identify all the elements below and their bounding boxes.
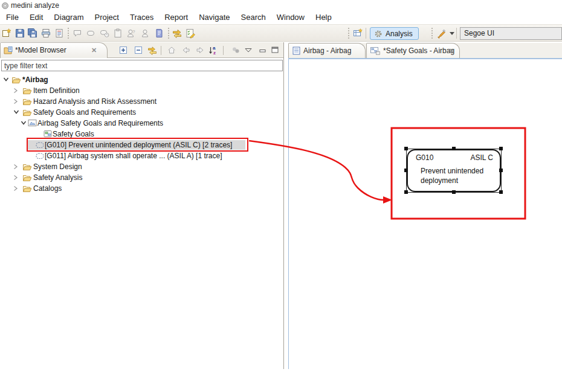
checklist-icon[interactable] bbox=[185, 28, 196, 39]
tree-item-catalogs[interactable]: Catalogs bbox=[0, 183, 283, 194]
dropdown-caret-icon[interactable] bbox=[450, 32, 454, 35]
forward-icon bbox=[195, 45, 205, 55]
save-icon[interactable] bbox=[15, 28, 25, 39]
safety-goal-icon bbox=[36, 153, 44, 159]
model-browser-icon bbox=[4, 46, 13, 55]
model-browser-header: *Model Browser ✕ a z bbox=[0, 42, 284, 58]
folder-open-icon bbox=[22, 173, 32, 182]
chevron-collapsed-icon[interactable] bbox=[13, 185, 18, 191]
menu-file[interactable]: File bbox=[1, 11, 24, 24]
tree-item-label[interactable]: System Design bbox=[33, 161, 82, 172]
link-with-editor-icon[interactable] bbox=[147, 45, 157, 55]
folder-open-icon bbox=[22, 108, 32, 117]
resize-handle-nw[interactable] bbox=[404, 147, 408, 150]
tree-item-g011[interactable]: [G011] Airbag system shall operate ... (… bbox=[0, 150, 283, 161]
menu-report[interactable]: Report bbox=[159, 11, 193, 24]
chevron-expanded-icon[interactable] bbox=[21, 120, 27, 126]
tab-airbag-airbag[interactable]: Airbag - Airbag bbox=[288, 43, 366, 58]
resize-handle-n[interactable] bbox=[452, 147, 456, 150]
chevron-expanded-icon[interactable] bbox=[3, 77, 9, 82]
tree-item-safety-goals-req[interactable]: Safety Goals and Requirements bbox=[0, 107, 283, 118]
tree-item-safety-analysis[interactable]: Safety Analysis bbox=[0, 172, 283, 183]
resize-handle-e[interactable] bbox=[499, 169, 503, 172]
toolbar-separator bbox=[161, 46, 161, 55]
safety-goals-diagram-icon bbox=[44, 130, 52, 138]
chevron-expanded-icon[interactable] bbox=[13, 109, 19, 115]
menu-project[interactable]: Project bbox=[89, 11, 124, 24]
analysis-gear-icon bbox=[374, 30, 383, 38]
tree-item-system-design[interactable]: System Design bbox=[0, 161, 283, 172]
tree-item-hazard-analysis[interactable]: Hazard Analysis and Risk Assessment bbox=[0, 96, 283, 107]
menu-edit[interactable]: Edit bbox=[24, 11, 48, 24]
toolbar-separator bbox=[366, 28, 366, 39]
minimize-icon[interactable] bbox=[259, 48, 266, 53]
home-icon bbox=[167, 45, 176, 55]
resize-handle-s[interactable] bbox=[452, 190, 456, 194]
folder-open-icon bbox=[22, 184, 32, 193]
tab-safety-goals-airbag[interactable]: *Safety Goals - Airbag ✕ bbox=[366, 43, 460, 58]
editor-tab-label: Airbag - Airbag bbox=[303, 47, 351, 55]
close-icon[interactable]: ✕ bbox=[449, 48, 454, 54]
menu-diagram[interactable]: Diagram bbox=[48, 11, 89, 24]
menu-window[interactable]: Window bbox=[271, 11, 310, 24]
menu-navigate[interactable]: Navigate bbox=[193, 11, 235, 24]
analysis-button-label: Analysis bbox=[386, 30, 413, 38]
tree-item-label[interactable]: *Airbag bbox=[22, 74, 48, 85]
menu-traces[interactable]: Traces bbox=[124, 11, 159, 24]
folder-open-icon bbox=[22, 97, 32, 106]
window-title: medini analyze bbox=[11, 1, 59, 10]
menu-help[interactable]: Help bbox=[310, 11, 337, 24]
tree-item-label[interactable]: Item Definition bbox=[33, 85, 80, 96]
sort-az-icon[interactable]: a z bbox=[208, 45, 218, 55]
trace-sync-icon[interactable] bbox=[172, 28, 182, 39]
tree-item-label[interactable]: Safety Goals and Requirements bbox=[33, 107, 136, 118]
tree-filter-input[interactable] bbox=[1, 60, 283, 71]
element-history-icon bbox=[99, 28, 110, 39]
resize-handle-sw[interactable] bbox=[404, 190, 408, 194]
tree-item-item-definition[interactable]: Item Definition bbox=[0, 85, 283, 96]
chevron-collapsed-icon[interactable] bbox=[13, 98, 18, 104]
tree-item-label[interactable]: [G010] Prevent unintended deployment (AS… bbox=[45, 140, 232, 150]
chevron-collapsed-icon[interactable] bbox=[13, 175, 18, 181]
save-all-icon[interactable] bbox=[27, 28, 38, 39]
tree-item-safety-goals-diagram[interactable]: Safety Goals bbox=[0, 129, 283, 140]
analysis-button[interactable]: Analysis bbox=[370, 27, 419, 40]
svg-text:?: ? bbox=[133, 30, 135, 34]
element-icon bbox=[85, 28, 96, 39]
panel-divider[interactable] bbox=[283, 42, 284, 369]
notes-icon[interactable] bbox=[153, 28, 164, 39]
diagram-table-icon bbox=[28, 119, 37, 127]
collapse-all-icon[interactable] bbox=[134, 45, 143, 55]
editor-tab-label: *Safety Goals - Airbag bbox=[383, 47, 454, 55]
expand-all-icon[interactable] bbox=[118, 45, 128, 55]
tree-item-label[interactable]: Catalogs bbox=[33, 183, 62, 194]
safety-goal-node-g010[interactable]: G010 ASIL C Prevent unintended deploymen… bbox=[407, 149, 501, 192]
tab-model-browser[interactable]: *Model Browser ✕ bbox=[0, 42, 108, 58]
font-combo[interactable]: Segoe UI bbox=[460, 27, 562, 40]
tree-item-airbag[interactable]: *Airbag bbox=[0, 74, 283, 85]
report-icon[interactable] bbox=[54, 28, 65, 39]
diagram-canvas[interactable] bbox=[289, 59, 562, 369]
paintbrush-icon[interactable] bbox=[436, 28, 447, 39]
menu-search[interactable]: Search bbox=[236, 11, 271, 24]
resize-handle-w[interactable] bbox=[404, 169, 408, 172]
resize-handle-ne[interactable] bbox=[499, 147, 503, 150]
tree-item-label[interactable]: Airbag Safety Goals and Requirements bbox=[37, 118, 163, 129]
tree-item-label[interactable]: Safety Goals bbox=[53, 129, 94, 140]
view-menu-icon[interactable] bbox=[245, 48, 252, 53]
tree-item-label[interactable]: [G011] Airbag system shall operate ... (… bbox=[45, 150, 222, 161]
chevron-collapsed-icon[interactable] bbox=[13, 164, 18, 170]
tree-item-g010[interactable]: [G010] Prevent unintended deployment (AS… bbox=[0, 140, 283, 150]
chevron-collapsed-icon[interactable] bbox=[13, 88, 18, 94]
main-toolbar: ? bbox=[0, 24, 562, 42]
tree-item-label[interactable]: Safety Analysis bbox=[33, 172, 82, 183]
close-icon[interactable]: ✕ bbox=[91, 47, 97, 54]
tree-item-label[interactable]: Hazard Analysis and Risk Assessment bbox=[33, 96, 157, 107]
print-icon[interactable] bbox=[40, 28, 51, 39]
tree-item-airbag-safety-goals[interactable]: Airbag Safety Goals and Requirements bbox=[0, 118, 283, 129]
maximize-icon[interactable] bbox=[271, 47, 279, 53]
new-icon[interactable] bbox=[1, 28, 12, 39]
new-table-icon[interactable] bbox=[352, 28, 363, 39]
resize-handle-se[interactable] bbox=[499, 190, 503, 194]
folder-open-icon bbox=[22, 162, 32, 171]
